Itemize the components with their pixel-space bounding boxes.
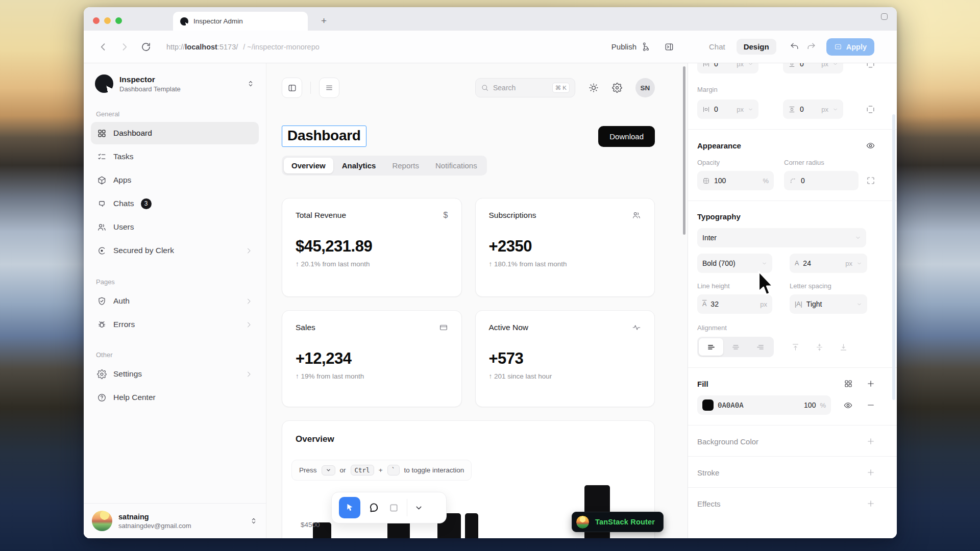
search-box[interactable]: ⌘ K [475, 78, 575, 97]
browser-viewport: Inspector Dashboard Template General Das… [84, 63, 688, 538]
browser-tab[interactable]: Inspector Admin [173, 12, 308, 31]
undo-button[interactable] [790, 42, 799, 52]
collapse-sidebar-button[interactable] [282, 78, 302, 98]
sidebar-item-clerk[interactable]: Secured by Clerk [91, 239, 259, 262]
align-left-button[interactable] [699, 338, 723, 356]
panel-scrollbar[interactable] [892, 114, 895, 400]
apply-icon [834, 43, 842, 51]
address-bar[interactable]: http://localhost:5173// ~/inspector-mono… [166, 43, 320, 51]
add-fill-icon[interactable] [866, 379, 875, 388]
sidebar-item-chats[interactable]: Chats 3 [91, 192, 259, 215]
corner-radius-input[interactable]: 0 [784, 171, 859, 190]
team-switcher[interactable]: Inspector Dashboard Template [91, 70, 259, 97]
close-window-button[interactable] [93, 17, 100, 24]
user-menu[interactable]: satnaing satnaingdev@gmail.com [84, 503, 266, 538]
card-delta: ↑ 180.1% from last month [489, 260, 642, 268]
opacity-label: Opacity [697, 159, 774, 166]
letter-spacing-value: Tight [806, 300, 822, 308]
select-tool-button[interactable] [339, 497, 360, 518]
sidebar-item-errors[interactable]: Errors [91, 313, 259, 336]
eye-icon[interactable] [843, 400, 853, 410]
chevron-down-icon [832, 63, 838, 67]
redo-button[interactable] [806, 42, 816, 52]
chevron-down-icon[interactable] [414, 504, 423, 512]
settings-button[interactable] [612, 83, 622, 93]
hint-plus: + [379, 466, 383, 474]
individual-sides-icon[interactable] [866, 105, 875, 114]
profile-avatar[interactable]: SN [635, 78, 655, 97]
background-color-row: Background Color [697, 437, 875, 446]
font-size-icon: A [795, 260, 799, 267]
profile-badge-icon[interactable] [881, 13, 888, 20]
font-weight-select[interactable]: Bold (700) [697, 254, 772, 273]
remove-fill-icon[interactable] [866, 400, 875, 410]
dollar-icon: $ [444, 211, 448, 220]
download-button[interactable]: Download [598, 126, 655, 147]
stat-card-total-revenue: Total Revenue $ $45,231.89 ↑ 20.1% from … [282, 198, 462, 297]
search-input[interactable] [493, 84, 537, 92]
margin-horizontal-input[interactable]: 0 px [697, 99, 758, 119]
tab-analytics[interactable]: Analytics [334, 158, 384, 173]
tab-notifications[interactable]: Notifications [428, 158, 485, 173]
add-background-icon[interactable] [866, 437, 875, 446]
viewport-scrollbar[interactable] [683, 66, 685, 235]
apply-button[interactable]: Apply [826, 38, 874, 56]
selected-element-outline[interactable]: Dashboard [282, 126, 366, 147]
valign-top-icon[interactable] [791, 343, 800, 352]
clerk-icon [97, 246, 107, 256]
vertical-spacing-icon [788, 106, 796, 113]
eye-icon[interactable] [866, 141, 875, 151]
zoom-window-button[interactable] [115, 17, 122, 24]
line-height-value: 32 [710, 300, 719, 308]
forward-button[interactable] [119, 42, 130, 52]
sidebar-item-apps[interactable]: Apps [91, 169, 259, 191]
toggle-panel-button[interactable] [664, 42, 674, 52]
y-axis-tick: $4500 [301, 521, 320, 529]
back-button[interactable] [98, 42, 108, 52]
minimize-window-button[interactable] [104, 17, 111, 24]
theme-toggle-button[interactable] [589, 83, 599, 93]
unit-label: % [763, 177, 769, 185]
rectangle-tool-icon[interactable] [388, 502, 400, 514]
reload-button[interactable] [141, 42, 151, 52]
padding-vertical-input[interactable]: 0 px [783, 63, 843, 73]
valign-middle-icon[interactable] [815, 343, 824, 352]
tab-design[interactable]: Design [737, 39, 776, 55]
new-tab-button[interactable]: + [317, 15, 331, 27]
opacity-input[interactable]: 100 % [697, 171, 774, 190]
add-effects-icon[interactable] [866, 499, 875, 508]
padding-horizontal-input[interactable]: 0 px [697, 63, 758, 73]
corner-radius-label: Corner radius [784, 159, 859, 166]
margin-vertical-input[interactable]: 0 px [783, 99, 843, 119]
sidebar-item-tasks[interactable]: Tasks [91, 145, 259, 168]
font-size-input[interactable]: A 24 px [790, 254, 867, 273]
tab-reports[interactable]: Reports [384, 158, 427, 173]
sidebar-item-dashboard[interactable]: Dashboard [91, 122, 259, 144]
chevron-right-icon [245, 297, 253, 305]
tab-chat[interactable]: Chat [703, 39, 731, 55]
menu-button[interactable] [319, 78, 339, 98]
sidebar-item-users[interactable]: Users [91, 216, 259, 238]
individual-sides-icon[interactable] [866, 63, 875, 69]
fill-color-input[interactable]: 0A0A0A 100 % [697, 395, 831, 415]
expand-corners-icon[interactable] [866, 176, 875, 185]
sidebar-item-help-center[interactable]: Help Center [91, 386, 259, 409]
sidebar-item-auth[interactable]: Auth [91, 290, 259, 312]
fill-grid-icon[interactable] [844, 379, 853, 388]
add-stroke-icon[interactable] [866, 468, 875, 477]
sidebar-item-settings[interactable]: Settings [91, 363, 259, 385]
align-center-button[interactable] [723, 338, 748, 356]
tab-overview[interactable]: Overview [284, 158, 333, 173]
panel-left-icon [287, 83, 297, 93]
publish-button[interactable]: Publish [611, 42, 651, 52]
hint-suffix: to toggle interaction [404, 466, 464, 474]
letter-spacing-select[interactable]: |A| Tight [790, 294, 867, 314]
tanstack-router-badge[interactable]: TanStack Router [572, 512, 664, 532]
valign-bottom-icon[interactable] [839, 343, 848, 352]
line-height-input[interactable]: A 32 px [697, 294, 772, 314]
activity-icon [632, 323, 641, 332]
search-icon [481, 84, 489, 92]
font-family-select[interactable]: Inter [697, 228, 866, 247]
blob-tool-icon[interactable] [368, 501, 381, 514]
align-right-button[interactable] [748, 338, 772, 356]
